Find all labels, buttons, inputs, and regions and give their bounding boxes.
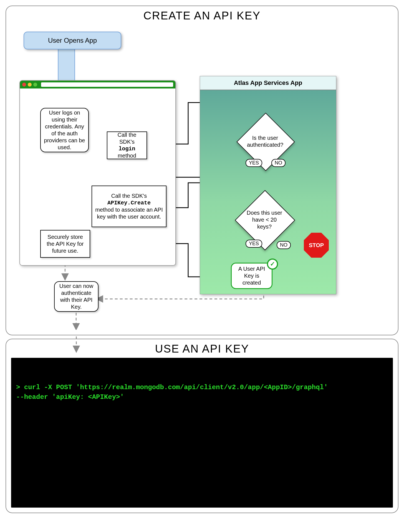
user-can-auth-box: User can now authenticate with their API… — [54, 281, 99, 312]
call-create-pre: Call the SDK's — [111, 192, 147, 199]
store-key-text: Securely store the API Key for future us… — [44, 234, 87, 254]
stop-label: STOP — [309, 242, 324, 249]
auth-no-label: NO — [271, 159, 286, 167]
stop-sign: STOP — [304, 233, 329, 258]
call-apikey-create-box: Call the SDK's APIKey.Create method to a… — [92, 186, 166, 227]
terminal: > curl -X POST 'https://realm.mongodb.co… — [11, 358, 393, 508]
create-title: CREATE AN API KEY — [11, 9, 393, 22]
keys-yes-label: YES — [246, 240, 262, 248]
key-count-decision: Does this user have < 20 keys? — [244, 199, 285, 240]
start-box-label: User Opens App — [48, 37, 97, 44]
browser-urlbar — [41, 82, 173, 87]
call-login-pre: Call the SDK's — [110, 131, 144, 145]
terminal-text: > curl -X POST 'https://realm.mongodb.co… — [16, 384, 328, 401]
window-zoom-dot — [33, 83, 37, 87]
checkmark-icon: ✓ — [267, 259, 278, 270]
start-box: User Opens App — [24, 32, 121, 49]
window-close-dot — [22, 83, 26, 87]
atlas-title: Atlas App Services App — [234, 79, 302, 87]
window-minimize-dot — [28, 83, 32, 87]
diagram-canvas: User Opens App User logs on using their … — [11, 25, 393, 330]
use-api-key-panel: USE AN API KEY > curl -X POST 'https://r… — [6, 339, 398, 513]
auth-decision: Is the user authenticated? — [245, 121, 285, 161]
call-create-code: APIKey.Create — [107, 199, 151, 206]
key-created-text: A User API Key is created — [234, 265, 269, 286]
arrow-into-use — [6, 336, 398, 353]
key-created-box: A User API Key is created — [231, 263, 272, 289]
keys-no-label: NO — [277, 241, 291, 249]
call-login-post: method — [118, 152, 136, 159]
atlas-header: Atlas App Services App — [200, 76, 336, 90]
login-credentials-text: User logs on using their credentials. An… — [44, 109, 85, 151]
create-api-key-panel: CREATE AN API KEY — [6, 6, 398, 335]
browser-titlebar — [20, 81, 175, 88]
login-credentials-box: User logs on using their credentials. An… — [40, 108, 89, 152]
key-count-text: Does this user have < 20 keys? — [244, 209, 285, 230]
auth-decision-text: Is the user authenticated? — [244, 135, 286, 148]
call-login-box: Call the SDK's login method — [107, 131, 147, 159]
store-key-box: Securely store the API Key for future us… — [40, 230, 90, 258]
call-create-post: method to associate an API key with the … — [95, 206, 163, 220]
call-login-code: login — [118, 145, 135, 152]
auth-yes-label: YES — [246, 159, 262, 167]
user-can-auth-text: User can now authenticate with their API… — [57, 283, 95, 310]
